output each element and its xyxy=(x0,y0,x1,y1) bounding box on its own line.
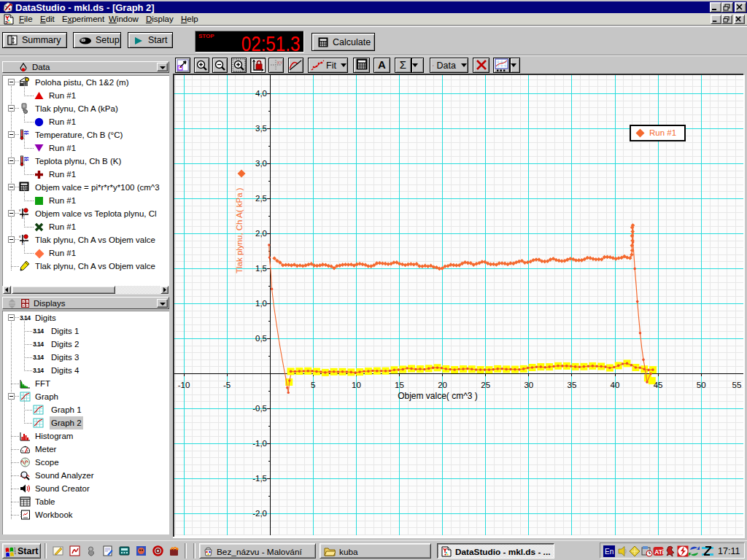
svg-text:v: v xyxy=(19,208,21,212)
svg-text:3.14: 3.14 xyxy=(20,314,31,322)
svg-text:ATi: ATi xyxy=(654,548,664,556)
svg-text:v: v xyxy=(19,234,21,238)
svg-text:3.14: 3.14 xyxy=(33,367,44,374)
svg-text:3.14: 3.14 xyxy=(33,327,44,335)
svg-text:En: En xyxy=(605,548,614,556)
svg-text:3.14: 3.14 xyxy=(33,354,44,361)
svg-text:XY: XY xyxy=(277,61,283,65)
svg-text:3.14: 3.14 xyxy=(33,341,44,348)
